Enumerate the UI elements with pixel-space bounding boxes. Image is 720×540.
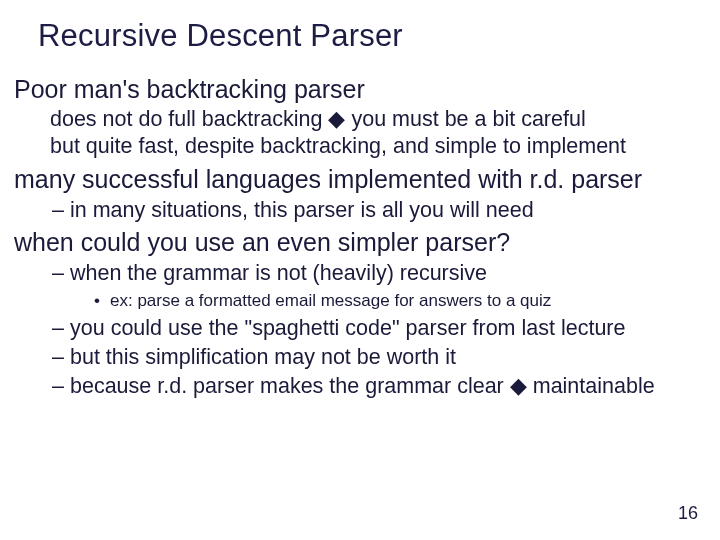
body-line: –in many situations, this parser is all … xyxy=(52,197,706,224)
dash-icon: – xyxy=(52,373,70,400)
slide: Recursive Descent Parser Poor man's back… xyxy=(0,0,720,540)
body-line: but quite fast, despite backtracking, an… xyxy=(50,134,706,160)
dash-icon: – xyxy=(52,197,70,224)
heading-languages: many successful languages implemented wi… xyxy=(14,164,706,195)
body-line: –but this simplification may not be wort… xyxy=(52,344,706,371)
body-text: you could use the "spaghetti code" parse… xyxy=(70,316,625,340)
heading-simpler-parser: when could you use an even simpler parse… xyxy=(14,227,706,258)
body-text: but this simplification may not be worth… xyxy=(70,345,456,369)
body-subline: •ex: parse a formatted email message for… xyxy=(94,290,706,311)
body-line: –when the grammar is not (heavily) recur… xyxy=(52,260,706,287)
body-text: when the grammar is not (heavily) recurs… xyxy=(70,261,487,285)
body-text: in many situations, this parser is all y… xyxy=(70,198,534,222)
body-line: –because r.d. parser makes the grammar c… xyxy=(52,373,706,400)
heading-backtracking: Poor man's backtracking parser xyxy=(14,74,706,105)
dash-icon: – xyxy=(52,344,70,371)
slide-title: Recursive Descent Parser xyxy=(38,18,706,54)
body-line: does not do full backtracking ◆ you must… xyxy=(50,107,706,133)
body-text: ex: parse a formatted email message for … xyxy=(110,291,551,310)
page-number: 16 xyxy=(678,503,698,524)
bullet-icon: • xyxy=(94,290,110,311)
body-text: because r.d. parser makes the grammar cl… xyxy=(70,374,655,398)
dash-icon: – xyxy=(52,315,70,342)
body-line: –you could use the "spaghetti code" pars… xyxy=(52,315,706,342)
dash-icon: – xyxy=(52,260,70,287)
